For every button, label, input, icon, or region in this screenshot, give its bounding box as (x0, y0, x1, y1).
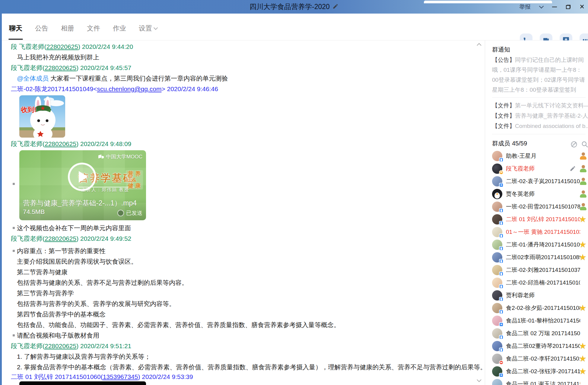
member-row[interactable]: 二班-02-邱浩楠-2017141501093 (492, 276, 588, 289)
qq-number-link[interactable]: 228020625 (46, 43, 78, 50)
avatar (492, 202, 502, 212)
member-list: 助教-王星月 段飞霞老师 二班-02-袁子岚201714150104 贾冬英老师… (492, 150, 588, 385)
maximize-icon[interactable] (566, 5, 571, 9)
message-text: 请配合视频和电子版教材食用 (11, 330, 485, 341)
tab-settings[interactable]: 设置 (139, 24, 157, 33)
member-row[interactable]: 二班-02-袁子岚201714150104 (492, 175, 588, 188)
avatar (492, 227, 502, 237)
message-header: 段飞霞老师(228020625) 2020/2/24 9:51:21 (11, 341, 485, 351)
avatar (492, 379, 502, 385)
message-header: 段飞霞老师(228020625) 2020/2/24 9:49:52 (11, 233, 485, 244)
video-message-row: 中国大学MOOC 营养学基础 主讲人：郑伟娟 教授 营 养 & 健 康 营养与健… (11, 150, 485, 220)
member-name: 01～一班 黄驰 2017141501035 (506, 228, 580, 236)
member-row[interactable]: 食品二班-02-张钰淳-20171415 (492, 365, 588, 378)
play-icon[interactable] (68, 163, 96, 191)
member-row[interactable]: 01～一班 黄驰 2017141501035 (492, 226, 588, 238)
avatar (492, 214, 502, 224)
mobile-online-icon (499, 284, 504, 289)
mobile-online-icon (499, 221, 504, 225)
notice-file-item[interactable]: 【文件】第一单元线下讨论英文资料—... (492, 100, 588, 111)
member-row[interactable]: 贾利蓉老师 (492, 289, 588, 302)
member-row[interactable]: 贾冬英老师 (492, 188, 588, 200)
avatar (492, 151, 502, 161)
message-header: 段 飞霞老师(228020625) 2020/2/24 9:44:20 (11, 41, 485, 52)
member-row[interactable]: 二班-01-潘丹琦201714150102 (492, 238, 588, 251)
member-name: 食品二班-02-张钰淳-20171415 (506, 368, 580, 375)
qq-number-link[interactable]: 228020625 (45, 342, 76, 349)
avatar (492, 354, 502, 364)
members-header: 群成员45/59 (492, 137, 588, 150)
member-row[interactable]: 二班 01 刘弘锌 201714150106 (492, 213, 588, 226)
member-row[interactable]: 食品二班-02-李轩20171415010 (492, 352, 588, 365)
member-name: 食2-02-徐夕茹-201714150108 (506, 304, 580, 312)
qq-number-link[interactable]: 228020625 (45, 64, 76, 71)
tab-homework[interactable]: 作业 (113, 24, 126, 33)
report-button[interactable]: 举报 (519, 3, 531, 11)
member-row[interactable]: 二班-02-刘雅2017141501037 (492, 264, 588, 276)
member-row[interactable]: 食2-02-徐夕茹-201714150108 (492, 302, 588, 314)
chat-message-area[interactable]: 段 飞霞老师(228020625) 2020/2/24 9:44:20 马上我把… (2, 40, 485, 385)
edit-member-icon[interactable] (570, 165, 576, 173)
message-text: 马上我把补充的视频放到群上 (11, 52, 485, 62)
group-announcement[interactable]: 【公告】同学们记住自己的上课时间哦，01课序号同学请星期一上午8：00登录慕课堂… (492, 55, 588, 95)
notice-file-item[interactable]: 【文件】Combined associations of b... (492, 121, 588, 131)
member-row[interactable]: 食品二班 02 万瑞 2017141501014 (492, 327, 588, 340)
member-row[interactable]: 食品1班-01-黎梓怡2017141501020 (492, 314, 588, 327)
close-icon[interactable]: × (580, 3, 584, 11)
avatar (492, 328, 502, 339)
member-name: 助教-王星月 (506, 152, 536, 160)
tab-album[interactable]: 相册 (61, 24, 74, 33)
message-text: 包括营养与健康的关系、营养不足与营养过剩的后果等内容。 (11, 277, 485, 288)
message-text: 第四节食品营养学中的基本概念 (11, 309, 485, 320)
minimize-icon[interactable] (552, 7, 557, 7)
video-thumbnail[interactable]: 中国大学MOOC 营养学基础 主讲人：郑伟娟 教授 营 养 & 健 康 营养与健… (19, 150, 146, 220)
loading-video-thumbnail[interactable] (19, 381, 146, 385)
message-text: 第二节营养与健康 (11, 267, 485, 277)
avatar (492, 278, 502, 288)
message-text: 2. 掌握食品营养学中的基本概念（营养素、必需营养素、营养价值、营养质量指数、膳… (11, 362, 485, 372)
qq-number-link[interactable]: 228020625 (45, 140, 76, 147)
mobile-online-icon (499, 272, 504, 276)
sticker-image[interactable]: 收到! (19, 95, 65, 138)
member-row[interactable]: 一班-02-田雪2017141501078 (492, 200, 588, 213)
message-header: 二班 01 刘弘锌 2017141501060(1353967345) 2020… (11, 372, 485, 381)
member-name: 食品二班 02 万瑞 2017141501014 (506, 329, 580, 337)
mention-all-link[interactable]: @全体成员 (17, 75, 49, 82)
member-row[interactable]: 食品一班 01 谢玉洁 201714150107 (492, 378, 588, 385)
member-name: 贾利蓉老师 (506, 291, 535, 299)
member-row[interactable]: 食品二班02董诗琴20171415011 (492, 340, 588, 352)
message-text: 内容重点：第一节营养的重要性 (11, 246, 485, 256)
mobile-online-icon (499, 246, 504, 251)
member-name: 食品一班 01 谢玉洁 201714150107 (506, 380, 580, 385)
video-info-overlay: 营养与健康_营养学基础-2-...1）.mp4 74.5MB 已发送 (19, 197, 146, 220)
message-header: 二班-02-陈龙2017141501049<scu.chenlong@qq.co… (11, 84, 485, 94)
mooc-logo-icon (98, 154, 104, 159)
mobile-online-icon (499, 234, 504, 238)
email-link[interactable]: scu.chenlong@qq.com (97, 85, 161, 92)
tab-announcements[interactable]: 公告 (35, 24, 48, 33)
sticker-text: 收到! (21, 105, 36, 114)
member-name: 二班-02-袁子岚201714150104 (506, 177, 580, 185)
member-name: 二班-02-邱浩楠-2017141501093 (506, 279, 580, 287)
message-text: 包括营养与营养学的关系、营养学的发展与研究内容等。 (11, 298, 485, 309)
tab-chat[interactable]: 聊天 (9, 24, 22, 33)
chevron-down-icon[interactable] (539, 4, 544, 8)
tab-files[interactable]: 文件 (87, 24, 100, 33)
rabbit-sticker-graphic (19, 95, 65, 138)
avatar (492, 303, 502, 313)
mobile-online-icon (499, 335, 504, 339)
chevron-down-icon (154, 26, 158, 30)
role-badge-icon (580, 165, 587, 172)
avatar (492, 252, 502, 262)
avatar (492, 316, 502, 326)
qq-number-link[interactable]: 228020625 (45, 235, 76, 242)
qq-number-link[interactable]: 1353967345 (103, 373, 138, 380)
member-row[interactable]: 助教-王星月 (492, 150, 588, 162)
avatar (492, 176, 502, 186)
edit-title-icon[interactable] (332, 3, 338, 11)
role-badge-icon (580, 190, 587, 198)
mobile-online-icon (499, 259, 504, 263)
member-row[interactable]: 段飞霞老师 (492, 162, 588, 175)
member-row[interactable]: 二班02李雨萌2017141501089 (492, 251, 588, 264)
notice-file-item[interactable]: 【文件】营养与健康_营养学基础-2-人... (492, 111, 588, 121)
